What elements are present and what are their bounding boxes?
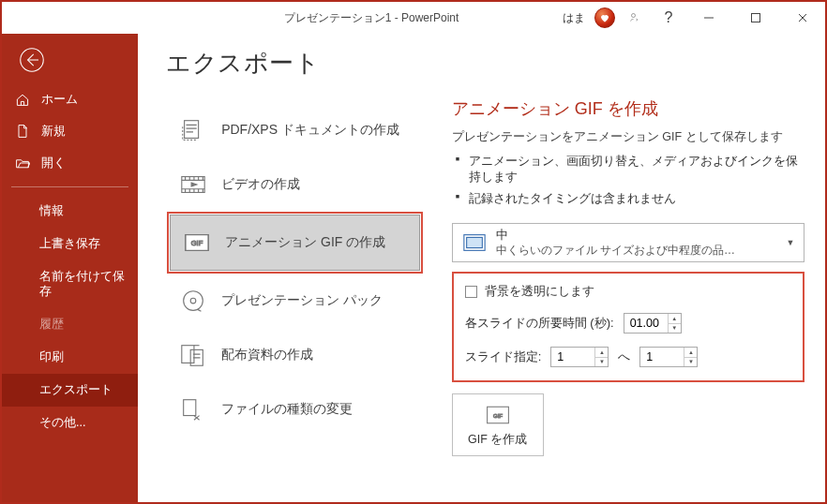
sidebar-item-history: 履歴 bbox=[2, 308, 138, 341]
export-item-package[interactable]: プレゼンテーション パック bbox=[167, 274, 423, 328]
titlebar: プレゼンテーション1 - PowerPoint はま ? bbox=[2, 2, 825, 34]
sidebar-item-label: 開く bbox=[41, 155, 66, 171]
range-from-input[interactable] bbox=[551, 348, 594, 366]
svg-rect-18 bbox=[466, 237, 482, 247]
create-gif-label: GIF を作成 bbox=[468, 432, 527, 448]
minimize-button[interactable] bbox=[688, 4, 729, 32]
range-to-spinner[interactable]: ▲▼ bbox=[639, 347, 698, 367]
page-title: エクスポート bbox=[166, 47, 424, 80]
quality-label: 中 bbox=[496, 228, 796, 244]
transparent-label: 背景を透明にします bbox=[485, 283, 594, 300]
sidebar-item-save-as[interactable]: 名前を付けて保存 bbox=[2, 260, 138, 308]
sidebar-item-home[interactable]: ホーム bbox=[2, 83, 138, 115]
backstage-sidebar: ホーム 新規 開く 情報 上書き保存 名前を付けて保存 履歴 印刷 エクスポート… bbox=[2, 34, 138, 502]
svg-rect-7 bbox=[185, 121, 199, 139]
export-item-label: アニメーション GIF の作成 bbox=[225, 234, 385, 251]
bullet-item: 記録されたタイミングは含まれません bbox=[456, 188, 808, 210]
range-from-spinner[interactable]: ▲▼ bbox=[550, 347, 609, 367]
detail-title: アニメーション GIF を作成 bbox=[452, 97, 808, 120]
spin-up[interactable]: ▲ bbox=[684, 348, 697, 358]
feedback-icon[interactable] bbox=[621, 4, 649, 32]
detail-subtitle: プレゼンテーションをアニメーション GIF として保存します bbox=[452, 129, 808, 145]
sidebar-separator bbox=[11, 186, 128, 187]
options-highlight: 背景を透明にします 各スライドの所要時間 (秒): ▲▼ スライド指定: bbox=[452, 272, 804, 382]
chevron-down-icon: ▼ bbox=[783, 238, 798, 247]
bullet-item: アニメーション、画面切り替え、メディアおよびインクを保持します bbox=[456, 151, 808, 188]
sidebar-item-save[interactable]: 上書き保存 bbox=[2, 228, 138, 260]
sidebar-item-label: 新規 bbox=[41, 123, 66, 140]
svg-text:GIF: GIF bbox=[191, 239, 203, 247]
range-to-input[interactable] bbox=[640, 348, 684, 366]
svg-rect-16 bbox=[184, 400, 196, 416]
sidebar-item-new[interactable]: 新規 bbox=[2, 115, 138, 147]
export-item-label: PDF/XPS ドキュメントの作成 bbox=[221, 122, 399, 139]
detail-bullets: アニメーション、画面切り替え、メディアおよびインクを保持します 記録されたタイミ… bbox=[452, 151, 808, 210]
duration-spinner[interactable]: ▲▼ bbox=[624, 313, 682, 334]
window-title: プレゼンテーション1 - PowerPoint bbox=[180, 10, 563, 26]
new-icon bbox=[15, 124, 32, 139]
maximize-button[interactable] bbox=[735, 4, 776, 32]
spin-down[interactable]: ▼ bbox=[669, 324, 681, 334]
handouts-icon bbox=[178, 341, 208, 369]
quality-description: 中くらいのファイル サイズおよび中程度の品… bbox=[496, 244, 796, 259]
export-item-label: プレゼンテーション パック bbox=[221, 292, 383, 309]
export-item-label: ファイルの種類の変更 bbox=[221, 401, 353, 418]
sidebar-item-more[interactable]: その他... bbox=[2, 407, 138, 439]
help-icon[interactable]: ? bbox=[654, 4, 683, 32]
svg-text:GIF: GIF bbox=[493, 412, 503, 419]
duration-input[interactable] bbox=[624, 314, 668, 333]
svg-point-12 bbox=[184, 291, 203, 311]
svg-point-13 bbox=[190, 298, 196, 304]
svg-rect-2 bbox=[752, 14, 760, 22]
spin-down[interactable]: ▼ bbox=[684, 358, 697, 367]
export-item-video[interactable]: ビデオの作成 bbox=[167, 157, 423, 212]
user-name[interactable]: はま bbox=[563, 10, 585, 26]
sidebar-item-open[interactable]: 開く bbox=[2, 147, 138, 179]
spin-up[interactable]: ▲ bbox=[669, 314, 681, 324]
spin-down[interactable]: ▼ bbox=[595, 358, 608, 367]
package-icon bbox=[178, 287, 208, 315]
sidebar-item-print[interactable]: 印刷 bbox=[2, 341, 138, 374]
spin-up[interactable]: ▲ bbox=[595, 348, 608, 358]
close-button[interactable] bbox=[782, 4, 823, 32]
sidebar-item-info[interactable]: 情報 bbox=[2, 195, 138, 228]
svg-point-0 bbox=[632, 14, 636, 18]
duration-label: 各スライドの所要時間 (秒): bbox=[465, 315, 614, 332]
export-item-label: 配布資料の作成 bbox=[221, 347, 313, 363]
export-item-handouts[interactable]: 配布資料の作成 bbox=[167, 328, 423, 382]
sidebar-item-label: ホーム bbox=[41, 91, 78, 108]
video-icon bbox=[178, 170, 208, 199]
export-item-filetype[interactable]: ファイルの種類の変更 bbox=[167, 382, 423, 437]
svg-rect-14 bbox=[182, 346, 194, 363]
quality-icon bbox=[460, 230, 489, 255]
filetype-icon bbox=[178, 395, 208, 423]
home-icon bbox=[15, 92, 32, 107]
create-gif-button[interactable]: GIF GIF を作成 bbox=[452, 393, 544, 456]
export-item-pdf[interactable]: PDF/XPS ドキュメントの作成 bbox=[167, 103, 423, 157]
quality-selector[interactable]: 中 中くらいのファイル サイズおよび中程度の品… ▼ bbox=[452, 223, 804, 262]
sidebar-item-export[interactable]: エクスポート bbox=[2, 374, 138, 407]
range-separator: へ bbox=[618, 348, 630, 365]
range-label: スライド指定: bbox=[465, 348, 542, 365]
open-icon bbox=[15, 156, 32, 170]
pdf-icon bbox=[178, 116, 208, 144]
export-item-label: ビデオの作成 bbox=[221, 176, 300, 193]
transparent-checkbox[interactable] bbox=[465, 286, 477, 298]
export-item-gif[interactable]: GIF アニメーション GIF の作成 bbox=[170, 215, 420, 271]
gif-icon: GIF bbox=[485, 404, 511, 426]
back-button[interactable] bbox=[2, 34, 138, 83]
gif-icon: GIF bbox=[182, 229, 212, 257]
user-avatar-icon[interactable] bbox=[594, 7, 615, 28]
